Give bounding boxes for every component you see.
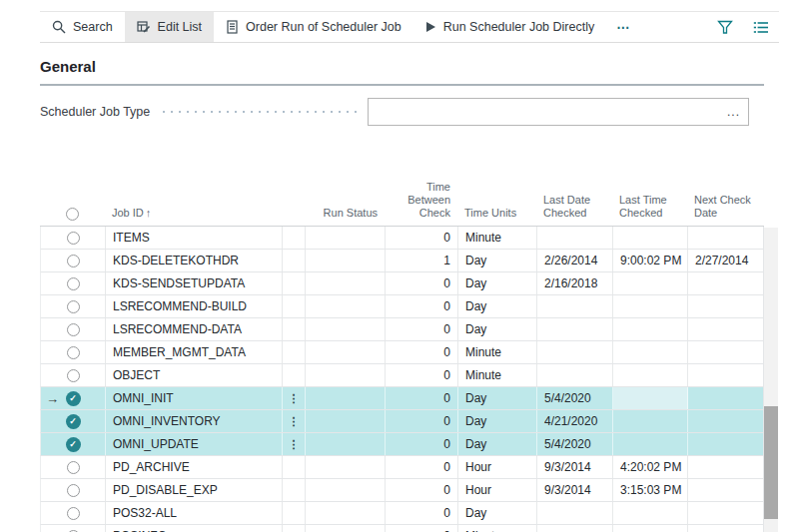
row-selected-check-icon[interactable]: ✓ (66, 391, 81, 406)
table-row[interactable]: KDS-SENDSETUPDATA0Day2/16/2018 (40, 272, 764, 295)
cell-select[interactable] (41, 364, 106, 386)
cell-select[interactable]: →✓ (41, 387, 106, 409)
cell-time-units[interactable]: Hour (458, 479, 537, 501)
cell-select[interactable] (41, 525, 106, 532)
cell-next-check[interactable]: 2/27/2014 (688, 250, 765, 271)
cell-next-check[interactable] (688, 364, 765, 386)
cell-job-id[interactable]: OMNI_INVENTORY (106, 410, 283, 432)
filter-button[interactable] (707, 12, 743, 42)
table-row[interactable]: ITEMS0Minute (40, 227, 764, 250)
cell-select[interactable] (41, 479, 106, 501)
cell-run-status[interactable] (306, 479, 386, 501)
row-menu-dots-icon[interactable]: ⋮ (289, 438, 300, 451)
row-select-circle[interactable] (67, 232, 80, 245)
cell-run-status[interactable] (306, 525, 386, 532)
cell-last-time[interactable]: 3:15:03 PM (613, 479, 688, 501)
cell-select[interactable] (41, 456, 106, 478)
cell-job-id[interactable]: KDS-DELETEKOTHDR (106, 250, 283, 271)
cell-last-time[interactable]: 4:20:02 PM (613, 456, 688, 478)
row-select-circle[interactable] (67, 461, 80, 474)
cell-time-between[interactable]: 0 (386, 295, 458, 317)
column-header-next_check[interactable]: Next Check Date (687, 194, 764, 226)
cell-next-check[interactable] (688, 227, 765, 249)
cell-row-menu[interactable] (283, 341, 306, 363)
cell-last-date[interactable] (537, 318, 613, 340)
row-selected-check-icon[interactable]: ✓ (66, 437, 81, 452)
cell-select[interactable] (41, 250, 106, 271)
cell-last-date[interactable]: 4/21/2020 (537, 410, 613, 432)
table-row[interactable]: PD_ARCHIVE0Hour9/3/20144:20:02 PM (40, 456, 764, 479)
cell-time-units[interactable]: Day (458, 410, 537, 432)
view-options-button[interactable] (743, 12, 779, 42)
cell-last-date[interactable]: 9/3/2014 (537, 479, 613, 501)
cell-time-units[interactable]: Hour (458, 456, 537, 478)
cell-time-between[interactable]: 0 (386, 364, 458, 386)
cell-time-between[interactable]: 0 (386, 272, 458, 294)
row-select-circle[interactable] (67, 346, 80, 359)
cell-time-between[interactable]: 0 (386, 456, 458, 478)
cell-job-id[interactable]: LSRECOMMEND-DATA (106, 318, 283, 340)
cell-time-units[interactable]: Minute (458, 341, 537, 363)
cell-last-time[interactable] (613, 502, 688, 524)
cell-job-id[interactable]: KDS-SENDSETUPDATA (106, 272, 283, 294)
cell-run-status[interactable] (306, 227, 386, 249)
row-select-circle[interactable] (67, 484, 80, 497)
row-select-circle[interactable] (67, 507, 80, 520)
cell-last-time[interactable] (613, 410, 688, 432)
cell-row-menu[interactable] (283, 272, 306, 294)
run-directly-button[interactable]: Run Scheduler Job Directly (413, 12, 606, 42)
cell-run-status[interactable] (306, 272, 386, 294)
cell-time-units[interactable]: Minute (458, 364, 537, 386)
cell-row-menu[interactable] (283, 456, 306, 478)
cell-last-date[interactable]: 9/3/2014 (537, 456, 613, 478)
column-header-last_date[interactable]: Last Date Checked (536, 194, 612, 226)
cell-time-between[interactable]: 1 (386, 250, 458, 271)
search-button[interactable]: Search (40, 12, 125, 42)
cell-next-check[interactable] (688, 502, 765, 524)
cell-time-between[interactable]: 0 (386, 433, 458, 455)
cell-last-date[interactable] (537, 227, 613, 249)
cell-select[interactable] (41, 318, 106, 340)
cell-job-id[interactable]: PD_ARCHIVE (106, 456, 283, 478)
cell-job-id[interactable]: OMNI_UPDATE (106, 433, 283, 455)
cell-row-menu[interactable]: ⋮ (283, 387, 306, 409)
scrollbar-thumb[interactable] (764, 406, 778, 519)
row-select-circle[interactable] (67, 277, 80, 290)
row-menu-dots-icon[interactable]: ⋮ (289, 415, 300, 428)
cell-row-menu[interactable] (283, 502, 306, 524)
cell-time-between[interactable]: 0 (386, 410, 458, 432)
cell-run-status[interactable] (306, 387, 386, 409)
column-header-time_between[interactable]: Time Between Check (385, 181, 457, 226)
row-selected-check-icon[interactable]: ✓ (66, 414, 81, 429)
cell-last-time[interactable] (613, 364, 688, 386)
cell-run-status[interactable] (306, 341, 386, 363)
cell-last-time[interactable] (613, 341, 688, 363)
cell-next-check[interactable] (688, 318, 765, 340)
cell-row-menu[interactable]: ⋮ (283, 410, 306, 432)
cell-row-menu[interactable] (283, 479, 306, 501)
cell-job-id[interactable]: OBJECT (106, 364, 283, 386)
cell-next-check[interactable] (688, 479, 765, 501)
cell-last-time[interactable] (613, 295, 688, 317)
cell-next-check[interactable] (688, 295, 765, 317)
cell-select[interactable] (41, 295, 106, 317)
cell-run-status[interactable] (306, 502, 386, 524)
cell-row-menu[interactable] (283, 227, 306, 249)
cell-time-units[interactable]: Minute (458, 525, 537, 532)
cell-last-time[interactable] (613, 387, 688, 409)
scheduler-job-type-input[interactable] (369, 99, 719, 125)
cell-next-check[interactable] (688, 456, 765, 478)
cell-run-status[interactable] (306, 250, 386, 271)
cell-time-units[interactable]: Day (458, 318, 537, 340)
cell-job-id[interactable]: MEMBER_MGMT_DATA (106, 341, 283, 363)
cell-time-between[interactable]: 0 (386, 227, 458, 249)
cell-last-date[interactable] (537, 502, 613, 524)
cell-last-time[interactable] (613, 227, 688, 249)
cell-time-between[interactable]: 0 (386, 525, 458, 532)
cell-row-menu[interactable] (283, 364, 306, 386)
cell-last-date[interactable]: 2/26/2014 (537, 250, 613, 271)
cell-last-date[interactable] (537, 364, 613, 386)
cell-time-units[interactable]: Day (458, 250, 537, 271)
table-row[interactable]: MEMBER_MGMT_DATA0Minute (40, 341, 764, 364)
column-header-time_units[interactable]: Time Units (457, 207, 536, 226)
